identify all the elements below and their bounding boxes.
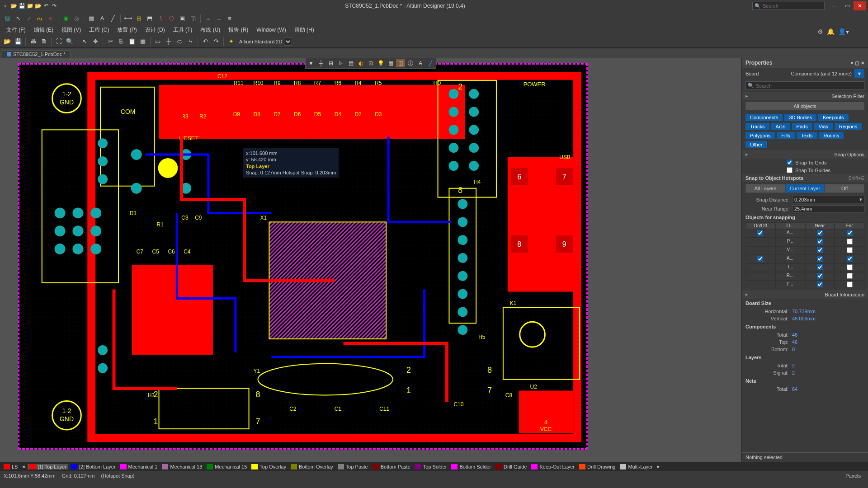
pill-polygons[interactable]: Polygons xyxy=(745,132,775,139)
zoom-area-icon[interactable]: 🔍 xyxy=(65,37,74,46)
open-folder-icon[interactable]: 📂 xyxy=(3,37,12,46)
notifications-icon[interactable]: 🔔 xyxy=(827,28,835,35)
rect-select-icon[interactable]: ▭ xyxy=(153,37,162,46)
open-icon[interactable]: 📂 xyxy=(10,2,17,9)
region-icon[interactable]: ⬒ xyxy=(145,14,154,23)
cut-icon[interactable]: ✂ xyxy=(106,37,115,46)
paste-icon[interactable]: 📋 xyxy=(127,37,137,46)
copy-icon[interactable]: ⎘ xyxy=(117,37,126,46)
contrast-icon[interactable]: ◐ xyxy=(356,59,365,67)
line2-icon[interactable]: ╱ xyxy=(426,59,435,67)
divider-icon[interactable]: ⟋ xyxy=(24,14,33,23)
grid-icon[interactable]: ▦ xyxy=(386,59,395,67)
all-objects-button[interactable]: All objects xyxy=(745,102,864,110)
filter-icon[interactable]: ▼ xyxy=(307,59,316,67)
undo2-icon[interactable]: ↶ xyxy=(201,37,210,46)
highlight-icon[interactable]: 💡 xyxy=(376,59,385,67)
menu-window[interactable]: Window (W) xyxy=(253,26,289,34)
folder-icon[interactable]: 📂 xyxy=(34,2,42,9)
layer-drill-drawing[interactable]: Drill Drawing xyxy=(577,464,617,469)
save-icon[interactable]: 💾 xyxy=(18,2,25,9)
fill-icon[interactable]: ▦ xyxy=(87,14,96,23)
layer-top[interactable]: [1] Top Layer xyxy=(28,464,68,469)
maximize-button[interactable]: ▭ xyxy=(841,1,854,10)
component-icon[interactable]: ⊞ xyxy=(134,14,143,23)
layer-LS[interactable]: LS xyxy=(2,464,19,469)
menu-route[interactable]: 布线 (U) xyxy=(197,25,224,35)
panels-button[interactable]: Panels xyxy=(842,473,864,479)
pill-keepouts[interactable]: Keepouts xyxy=(818,114,848,121)
pill-pads[interactable]: Pads xyxy=(792,123,812,130)
mask-icon[interactable]: ⊡ xyxy=(366,59,375,67)
layer-mech15[interactable]: Mechanical 15 xyxy=(205,464,249,469)
wand-icon[interactable]: ✦ xyxy=(226,37,236,46)
seg-off[interactable]: Off xyxy=(825,184,864,193)
zoom-fit-icon[interactable]: ⛶ xyxy=(54,37,63,46)
layer-bottom-paste[interactable]: Bottom Paste xyxy=(371,464,412,469)
pill-fills[interactable]: Fills xyxy=(777,132,795,139)
hatch-icon[interactable]: ▨ xyxy=(3,14,12,23)
near-range-input[interactable]: 25.4mm xyxy=(792,205,864,212)
line-icon[interactable]: ╱ xyxy=(108,14,118,23)
dimension-icon[interactable]: ⟷ xyxy=(123,14,132,23)
menu-report[interactable]: 报告 (R) xyxy=(225,25,252,35)
next-layer-icon[interactable]: ▸ xyxy=(656,464,662,469)
filter-select-icon[interactable]: ⤷ xyxy=(186,37,195,46)
properties-search[interactable]: 🔍 xyxy=(745,81,864,90)
select-icon[interactable]: ↖ xyxy=(80,37,89,46)
redo-icon[interactable]: ↷ xyxy=(51,2,58,9)
section-selection-filter[interactable]: Selection Filter xyxy=(742,92,868,100)
seg-all-layers[interactable]: All Layers xyxy=(745,184,785,193)
layer-top-solder[interactable]: Top Solder xyxy=(413,464,449,469)
close-button[interactable]: ✕ xyxy=(854,1,866,10)
cross-select-icon[interactable]: ┼ xyxy=(164,37,173,46)
layer-icon[interactable]: ▤ xyxy=(346,59,355,67)
properties-search-input[interactable] xyxy=(756,83,862,89)
layer-mech1[interactable]: Mechanical 1 xyxy=(118,464,160,469)
redo2-icon[interactable]: ↷ xyxy=(212,37,221,46)
pill-other[interactable]: Other xyxy=(745,141,767,148)
settings-icon[interactable]: ⚙ xyxy=(817,28,823,35)
align-left-icon[interactable]: ⫠ xyxy=(203,14,212,23)
pad-icon[interactable]: ◉ xyxy=(61,14,70,23)
arrow-icon[interactable]: ↖ xyxy=(14,14,23,23)
paste-special-icon[interactable]: ▦ xyxy=(138,37,147,46)
pin-icon[interactable]: ▾ xyxy=(851,61,853,66)
menu-help[interactable]: 帮助 (H) xyxy=(291,25,318,35)
global-search[interactable]: 🔍 xyxy=(752,2,825,10)
snap-icon[interactable]: ◫ xyxy=(396,59,405,67)
layer-drill-guide[interactable]: Drill Guide xyxy=(494,464,528,469)
snap-grids-check[interactable] xyxy=(787,160,793,165)
layer-top-overlay[interactable]: Top Overlay xyxy=(250,464,288,469)
preview-icon[interactable]: 🗎 xyxy=(39,37,48,46)
open-project-icon[interactable]: 📁 xyxy=(26,2,33,9)
info-icon[interactable]: ⓘ xyxy=(406,59,415,67)
pill-tracks[interactable]: Tracks xyxy=(745,123,769,130)
undo-icon[interactable]: ↶ xyxy=(42,2,50,9)
poly-icon[interactable]: ⬠ xyxy=(167,14,176,23)
text2-icon[interactable]: A xyxy=(416,59,425,67)
prev-layer-icon[interactable]: ◂ xyxy=(20,464,27,469)
search-input[interactable] xyxy=(763,3,822,9)
layer-bottom[interactable]: [2] Bottom Layer xyxy=(69,464,118,469)
view-mode-select[interactable] xyxy=(284,38,292,46)
text-icon[interactable]: A xyxy=(98,14,107,23)
pcb-canvas[interactable]: x:101.600 mm y: 58.420 mm Top Layer Snap… xyxy=(18,63,588,450)
menu-file[interactable]: 文件 (F) xyxy=(3,25,29,35)
print-icon[interactable]: 🖶 xyxy=(28,37,38,46)
move-icon[interactable]: ✥ xyxy=(91,37,100,46)
menu-tools[interactable]: 工具 (T) xyxy=(170,25,196,35)
align-right-icon[interactable]: ⫠ xyxy=(214,14,223,23)
layer-top-paste[interactable]: Top Paste xyxy=(336,464,370,469)
circle-icon[interactable]: ○ xyxy=(46,14,55,23)
new-icon[interactable]: ▫ xyxy=(2,2,9,9)
lasso-icon[interactable]: ⬭ xyxy=(175,37,184,46)
pill-components[interactable]: Components xyxy=(745,114,783,121)
save2-icon[interactable]: 💾 xyxy=(14,37,23,46)
pill-3dbodies[interactable]: 3D Bodies xyxy=(784,114,816,121)
layer-bottom-overlay[interactable]: Bottom Overlay xyxy=(289,464,335,469)
menu-view[interactable]: 视图 (V) xyxy=(58,25,85,35)
cutout-icon[interactable]: ◫ xyxy=(189,14,198,23)
pill-regions[interactable]: Regions xyxy=(835,123,862,130)
seg-current-layer[interactable]: Current Layer xyxy=(785,184,825,193)
